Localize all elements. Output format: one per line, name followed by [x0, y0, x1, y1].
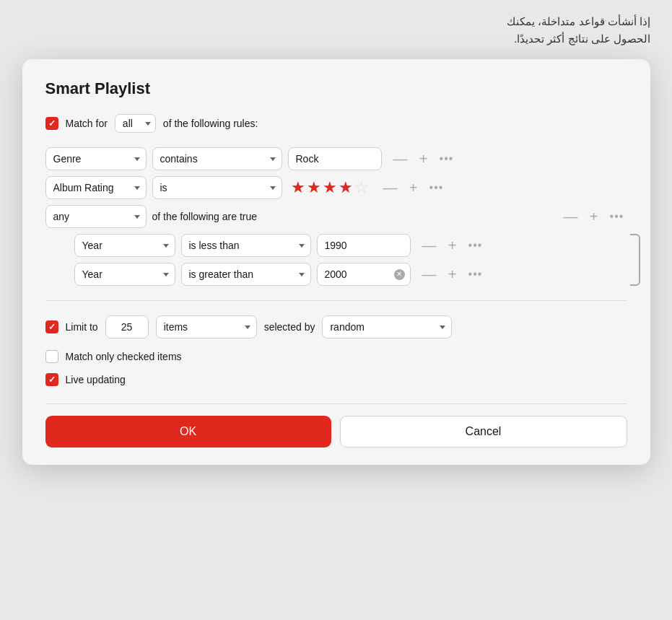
rule-genre-field[interactable]: Genre Album Rating Year — [45, 147, 147, 170]
rule-album-rating: Album Rating Genre Year is is not is gre… — [45, 176, 627, 199]
nested-bracket — [630, 234, 640, 286]
dialog-title: Smart Playlist — [45, 79, 627, 98]
rule-genre-condition[interactable]: contains does not contain is is not — [152, 147, 282, 170]
selected-by-label: selected by — [264, 321, 315, 333]
star-1[interactable]: ★ — [291, 180, 305, 196]
star-2[interactable]: ★ — [307, 180, 321, 196]
nested-group-actions: — + ••• — [561, 206, 627, 227]
nested-rules-wrapper: Year Genre Album Rating is less than is … — [45, 234, 627, 286]
sub-rule-year-greater-more[interactable]: ••• — [466, 264, 486, 284]
sub-rule-year-greater: Year Genre Album Rating is greater than … — [74, 263, 627, 286]
rule-rating-more[interactable]: ••• — [427, 178, 447, 198]
rule-genre: Genre Album Rating Year contains does no… — [45, 147, 627, 170]
nested-group-add[interactable]: + — [584, 206, 604, 227]
sub-rule-year-greater-remove[interactable]: — — [419, 264, 440, 284]
cancel-button[interactable]: Cancel — [340, 416, 627, 447]
smart-playlist-dialog: Smart Playlist Match for all any of the … — [22, 59, 650, 465]
any-combinator-row: any all of the following are true — + ••… — [45, 205, 627, 228]
rule-rating-condition[interactable]: is is not is greater than is less than — [152, 176, 282, 199]
nested-group-more[interactable]: ••• — [607, 206, 627, 227]
star-5[interactable]: ☆ — [354, 180, 369, 196]
sub-rule-year-less-actions: — + ••• — [419, 235, 486, 256]
limit-label: Limit to — [66, 321, 98, 333]
rule-rating-remove[interactable]: — — [380, 178, 401, 198]
limit-checkbox[interactable] — [45, 320, 58, 333]
match-label-pre: Match for — [66, 118, 108, 129]
rule-genre-add[interactable]: + — [414, 149, 434, 169]
match-label-post: of the following rules: — [163, 118, 258, 129]
sub-rule-year-greater-clear[interactable]: ✕ — [394, 269, 405, 280]
sub-rule-year-less-more[interactable]: ••• — [466, 235, 486, 256]
star-rating[interactable]: ★ ★ ★ ★ ☆ — [288, 180, 372, 196]
rule-rating-actions: — + ••• — [380, 178, 447, 198]
sub-rule-year-less-add[interactable]: + — [442, 235, 463, 256]
sub-rule-year-less-field[interactable]: Year Genre Album Rating — [74, 234, 175, 257]
live-updating-checkbox[interactable] — [45, 373, 58, 386]
arabic-tooltip: إذا أنشأت قواعد متداخلة، يمكنك الحصول عل… — [0, 0, 672, 56]
live-updating-label: Live updating — [66, 374, 126, 385]
rule-genre-remove[interactable]: — — [390, 149, 411, 169]
limit-value[interactable] — [105, 315, 149, 339]
star-3[interactable]: ★ — [323, 180, 337, 196]
match-row: Match for all any of the following rules… — [45, 114, 627, 133]
sub-rule-year-less: Year Genre Album Rating is less than is … — [74, 234, 627, 257]
match-checked-label: Match only checked items — [66, 351, 182, 362]
sub-rule-year-greater-add[interactable]: + — [442, 264, 463, 284]
nested-rules: Year Genre Album Rating is less than is … — [74, 234, 627, 286]
match-checkbox[interactable] — [45, 117, 58, 130]
dialog-footer: OK Cancel — [45, 403, 627, 447]
sub-rule-year-less-remove[interactable]: — — [419, 235, 440, 256]
selected-by-select[interactable]: random album artist recently added — [322, 315, 452, 339]
limit-unit-select[interactable]: items MB GB hours — [156, 315, 257, 339]
sub-rule-year-greater-field[interactable]: Year Genre Album Rating — [74, 263, 175, 286]
rule-rating-field[interactable]: Album Rating Genre Year — [45, 176, 147, 199]
rule-genre-value[interactable] — [288, 147, 382, 170]
sub-rule-year-greater-input-wrap: ✕ — [317, 263, 411, 286]
divider — [45, 300, 627, 301]
live-updating-row: Live updating — [45, 373, 627, 386]
nested-group-row: any all of the following are true — + ••… — [45, 205, 627, 286]
nested-combinator-select[interactable]: any all — [45, 205, 147, 228]
sub-rule-year-greater-condition[interactable]: is greater than is less than is is not — [181, 263, 311, 286]
sub-rule-year-greater-actions: — + ••• — [419, 264, 486, 284]
nested-group-remove[interactable]: — — [561, 206, 581, 227]
star-4[interactable]: ★ — [339, 180, 353, 196]
rule-genre-more[interactable]: ••• — [437, 149, 457, 169]
ok-button[interactable]: OK — [45, 416, 331, 447]
nested-combinator-suffix: of the following are true — [152, 211, 258, 222]
match-selector[interactable]: all any — [115, 114, 156, 133]
rules-section: Genre Album Rating Year contains does no… — [45, 147, 627, 286]
match-checked-checkbox[interactable] — [45, 350, 58, 363]
sub-rule-year-less-condition[interactable]: is less than is greater than is is not — [181, 234, 311, 257]
sub-rule-year-less-value[interactable] — [317, 234, 411, 257]
rule-genre-actions: — + ••• — [390, 149, 457, 169]
limit-row: Limit to items MB GB hours selected by r… — [45, 315, 627, 339]
rule-rating-add[interactable]: + — [403, 178, 424, 198]
match-checked-row: Match only checked items — [45, 350, 627, 363]
